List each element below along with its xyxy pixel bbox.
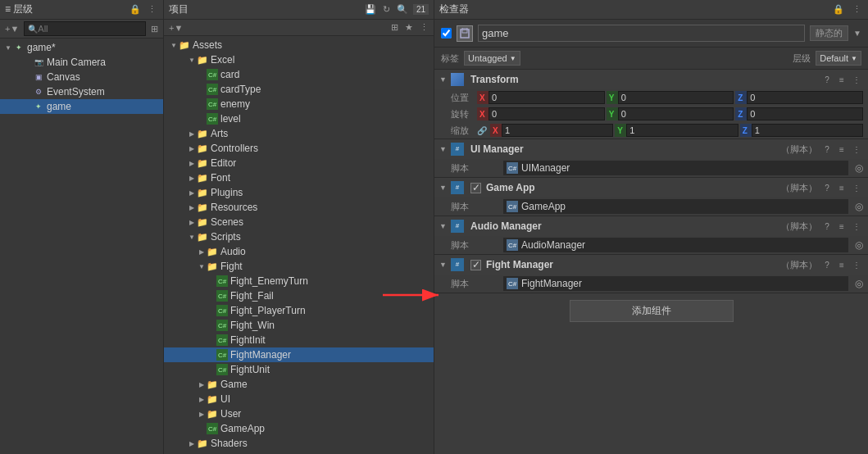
fight-manager-subtitle: （脚本）	[781, 259, 817, 271]
game-app-circle-icon[interactable]: ◎	[855, 201, 863, 212]
rotation-z-value[interactable]: 0	[747, 107, 863, 120]
transform-header[interactable]: ▼ Transform ? ≡ ⋮	[434, 70, 868, 89]
scale-y-value[interactable]: 1	[626, 124, 738, 137]
tree-item-fight-fail[interactable]: C# Fight_Fail	[164, 288, 434, 303]
tree-item-scripts[interactable]: ▼ 📁 Scripts	[164, 229, 434, 244]
audio-manager-arrow: ▼	[439, 222, 448, 230]
transform-help-btn[interactable]: ?	[820, 75, 834, 84]
gameobject-name-input[interactable]	[478, 25, 805, 42]
game-app-help-btn[interactable]: ?	[820, 184, 834, 193]
tree-item-plugins[interactable]: ▶ 📁 Plugins	[164, 185, 434, 200]
fight-manager-script-name: FightManager	[521, 278, 582, 289]
tag-dropdown[interactable]: Untagged ▼	[464, 51, 520, 66]
hierarchy-search-input[interactable]	[38, 24, 142, 34]
game-app-checkbox[interactable]: ✓	[470, 183, 481, 193]
tree-item-resources[interactable]: ▶ 📁 Resources	[164, 200, 434, 215]
add-component-button[interactable]: 添加组件	[570, 300, 734, 322]
hierarchy-add-btn[interactable]: +▼	[3, 23, 20, 34]
rotation-x-value[interactable]: 0	[489, 107, 605, 120]
tree-item-fight[interactable]: ▼ 📁 Fight	[164, 259, 434, 274]
transform-settings-btn[interactable]: ≡	[835, 75, 848, 84]
position-y-value[interactable]: 0	[618, 91, 734, 104]
game-app-more-btn[interactable]: ⋮	[850, 184, 863, 193]
tree-item-controllers[interactable]: ▶ 📁 Controllers	[164, 141, 434, 156]
fight-manager-more-btn[interactable]: ⋮	[850, 261, 863, 270]
inspector-lock-icon[interactable]: 🔒	[831, 3, 846, 16]
rotation-y-value[interactable]: 0	[618, 107, 734, 120]
fight-manager-checkbox[interactable]: ✓	[470, 260, 481, 270]
static-dropdown-arrow[interactable]: ▼	[853, 29, 861, 38]
tree-item-level[interactable]: C# level	[164, 111, 434, 126]
gameobject-active-checkbox[interactable]	[441, 28, 452, 39]
tree-item-fight-playerturn[interactable]: C# Fight_PlayerTurn	[164, 303, 434, 318]
tree-item-ui[interactable]: ▶ 📁 UI	[164, 392, 434, 406]
tree-item-fight-win[interactable]: C# Fight_Win	[164, 318, 434, 333]
scale-z-value[interactable]: 1	[752, 124, 863, 137]
tree-item-maincamera[interactable]: 📷 Main Camera	[0, 55, 163, 70]
tree-item-game-folder[interactable]: ▶ 📁 Game	[164, 377, 434, 392]
project-refresh-icon[interactable]: ↻	[381, 3, 392, 16]
tree-item-editor[interactable]: ▶ 📁 Editor	[164, 156, 434, 170]
ui-manager-help-btn[interactable]: ?	[820, 145, 834, 154]
tree-item-enemy[interactable]: C# enemy	[164, 97, 434, 111]
audio-manager-settings-btn[interactable]: ≡	[835, 222, 848, 231]
position-z-value[interactable]: 0	[747, 91, 863, 104]
project-star-icon[interactable]: ★	[403, 21, 415, 34]
ui-manager-header[interactable]: ▼ # UI Manager （脚本） ? ≡ ⋮	[434, 139, 868, 159]
tree-item-game[interactable]: ▼ ✦ game*	[0, 40, 163, 55]
tree-item-gameapp[interactable]: C# GameApp	[164, 421, 434, 436]
project-more-icon[interactable]: ⋮	[418, 21, 430, 34]
scale-x-value[interactable]: 1	[502, 124, 613, 137]
layer-dropdown[interactable]: Default ▼	[816, 51, 861, 66]
project-search-icon[interactable]: 🔍	[395, 3, 410, 16]
tree-item-scenes[interactable]: ▶ 📁 Scenes	[164, 215, 434, 229]
audio-manager-more-btn[interactable]: ⋮	[850, 222, 863, 231]
tree-item-arts[interactable]: ▶ 📁 Arts	[164, 126, 434, 141]
ui-manager-settings-btn[interactable]: ≡	[835, 145, 848, 154]
tree-item-canvas[interactable]: ▣ Canvas	[0, 70, 163, 84]
fight-manager-circle-icon[interactable]: ◎	[855, 278, 863, 289]
static-button[interactable]: 静态的	[810, 25, 848, 41]
tree-label-canvas: Canvas	[47, 71, 80, 83]
ui-manager-script-field: C# UIManager	[503, 161, 848, 175]
hierarchy-more-icon[interactable]: ⋮	[146, 3, 158, 16]
position-x-value[interactable]: 0	[489, 91, 605, 104]
audio-manager-header[interactable]: ▼ # Audio Manager （脚本） ? ≡ ⋮	[434, 216, 868, 236]
audio-manager-help-btn[interactable]: ?	[820, 222, 834, 231]
fight-manager-settings-btn[interactable]: ≡	[835, 261, 848, 270]
project-save-icon[interactable]: 💾	[363, 3, 378, 16]
project-title: 项目	[169, 2, 189, 16]
game-app-header[interactable]: ▼ # ✓ Game App （脚本） ? ≡ ⋮	[434, 178, 868, 197]
tree-item-fightunit[interactable]: C# FightUnit	[164, 362, 434, 377]
tree-item-eventsystem[interactable]: ⚙ EventSystem	[0, 84, 163, 99]
fight-manager-help-btn[interactable]: ?	[820, 261, 834, 270]
tree-item-packages[interactable]: ▶ 📁 Packages	[164, 451, 434, 454]
tree-item-cardtype[interactable]: C# cardType	[164, 82, 434, 97]
tree-item-excel[interactable]: ▼ 📁 Excel	[164, 52, 434, 67]
tree-item-fight-enemyturn[interactable]: C# Fight_EnemyTurn	[164, 274, 434, 288]
tree-item-audio[interactable]: ▶ 📁 Audio	[164, 244, 434, 259]
project-add-btn[interactable]: +▼	[167, 22, 184, 34]
audio-manager-circle-icon[interactable]: ◎	[855, 239, 863, 251]
tree-item-card[interactable]: C# card	[164, 67, 434, 82]
transform-more-btn[interactable]: ⋮	[850, 75, 863, 84]
tree-item-user[interactable]: ▶ 📁 User	[164, 406, 434, 421]
hierarchy-lock-icon[interactable]: 🔒	[128, 3, 143, 16]
tree-item-fightmanager[interactable]: C# FightManager	[164, 347, 434, 362]
hierarchy-grid-icon[interactable]: ⊞	[149, 23, 160, 35]
rotation-xyz-group: X 0 Y 0 Z 0	[477, 107, 863, 120]
tree-item-assets[interactable]: ▼ 📁 Assets	[164, 38, 434, 52]
script-icon-level: C#	[207, 113, 218, 125]
tree-item-shaders[interactable]: ▶ 📁 Shaders	[164, 436, 434, 451]
ui-manager-circle-icon[interactable]: ◎	[855, 162, 863, 174]
tag-dropdown-arrow: ▼	[510, 55, 516, 62]
fight-manager-header[interactable]: ▼ # ✓ Fight Manager （脚本） ? ≡ ⋮	[434, 255, 868, 275]
game-app-settings-btn[interactable]: ≡	[835, 184, 848, 193]
tree-item-game2[interactable]: ✦ game	[0, 99, 163, 114]
script-icon-enemy: C#	[207, 98, 218, 110]
ui-manager-more-btn[interactable]: ⋮	[850, 145, 863, 154]
inspector-more-icon[interactable]: ⋮	[851, 3, 863, 16]
tree-item-font[interactable]: ▶ 📁 Font	[164, 170, 434, 185]
tree-item-fightinit[interactable]: C# FightInit	[164, 333, 434, 347]
project-grid2-icon[interactable]: ⊞	[389, 21, 400, 34]
